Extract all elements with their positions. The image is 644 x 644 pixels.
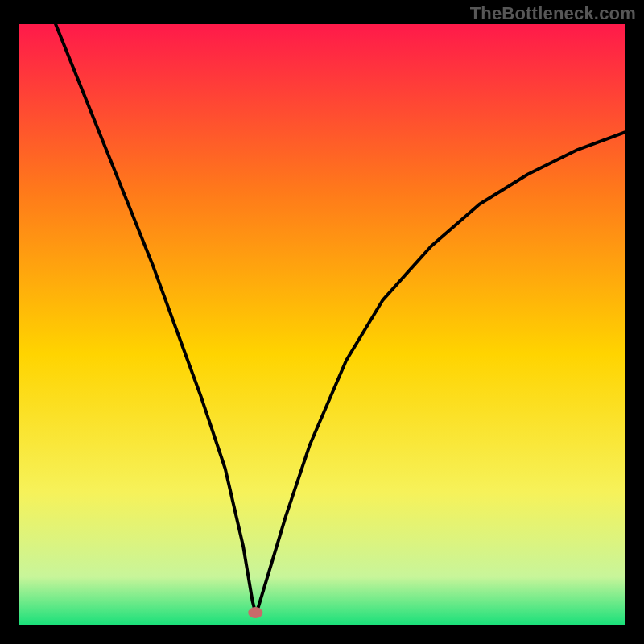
- bottleneck-chart: [0, 0, 644, 644]
- watermark-text: TheBottleneck.com: [470, 3, 636, 24]
- plot-area: [19, 24, 625, 625]
- optimum-marker: [248, 607, 262, 618]
- chart-stage: TheBottleneck.com: [0, 0, 644, 644]
